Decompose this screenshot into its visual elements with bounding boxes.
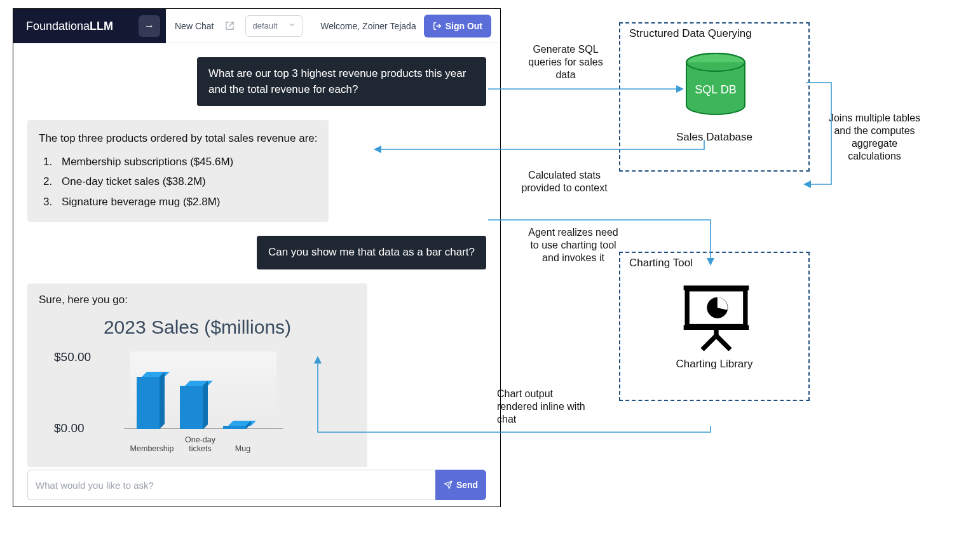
- chat-input[interactable]: [27, 470, 435, 500]
- chevron-down-icon: [288, 21, 296, 31]
- chart-title: 2023 Sales ($millions): [102, 315, 293, 339]
- sign-out-icon: [433, 22, 442, 31]
- svg-rect-7: [684, 325, 749, 330]
- db-caption: Sales Database: [620, 130, 808, 144]
- chart-bar: [223, 426, 246, 429]
- svg-line-11: [716, 336, 730, 350]
- chart-bars: [137, 377, 246, 429]
- y-tick: $0.00: [54, 421, 85, 435]
- arrow-right-icon: →: [144, 20, 154, 32]
- annotation-context: Calculated stats provided to context: [511, 169, 618, 194]
- app-sidebar: FoundationaLLM →: [13, 9, 166, 43]
- annotation-agent: Agent realizes need to use charting tool…: [526, 226, 620, 264]
- assistant-text: The top three products ordered by total …: [39, 130, 317, 147]
- user-message: What are our top 3 highest revenue produ…: [197, 57, 486, 106]
- bar-chart: $50.00 $0.00 Membership One-day tickets …: [54, 345, 296, 453]
- svg-rect-6: [684, 285, 749, 290]
- annotation-generate-sql: Generate SQL queries for sales data: [517, 43, 614, 81]
- assistant-chart-message: Sure, here you go: 2023 Sales ($millions…: [27, 283, 367, 468]
- x-tick: Mug: [227, 444, 259, 453]
- chart-bar: [180, 386, 203, 430]
- external-link-icon[interactable]: [221, 18, 238, 34]
- database-icon: SQL DB: [684, 53, 747, 123]
- chat-app-frame: FoundationaLLM → New Chat default Welcom…: [13, 8, 501, 507]
- list-item: One-day ticket sales ($38.2M): [55, 172, 317, 192]
- welcome-text: Welcome, Zoiner Tejada: [320, 21, 416, 31]
- annotation-joins: Joins multiple tables and the computes a…: [826, 112, 923, 163]
- send-icon: [444, 480, 453, 489]
- agent-select-value: default: [252, 21, 277, 31]
- presentation-icon: [681, 281, 751, 351]
- new-chat-label: New Chat: [175, 21, 214, 31]
- box-title: Structured Data Querying: [629, 27, 752, 40]
- app-topbar: New Chat default Welcome, Zoiner Tejada …: [166, 9, 500, 43]
- svg-line-10: [702, 336, 716, 350]
- user-message: Can you show me that data as a bar chart…: [257, 236, 486, 269]
- list-item: Signature beverage mug ($2.8M): [55, 192, 317, 212]
- chart-bar: [137, 377, 160, 429]
- box-title: Charting Tool: [629, 257, 693, 269]
- list-item: Membership subscriptions ($45.6M): [55, 152, 317, 172]
- charting-caption: Charting Library: [620, 357, 808, 371]
- x-tick: Membership: [129, 444, 175, 453]
- x-tick: One-day tickets: [177, 435, 223, 453]
- y-tick: $50.00: [54, 350, 91, 364]
- svg-marker-15: [803, 180, 811, 188]
- agent-select[interactable]: default: [245, 15, 303, 37]
- assistant-message: The top three products ordered by total …: [27, 120, 329, 222]
- charting-tool-box: Charting Tool Charting Library: [619, 252, 810, 401]
- annotation-rendered: Chart output rendered inline with chat: [497, 388, 592, 426]
- top-products-list: Membership subscriptions ($45.6M) One-da…: [39, 152, 317, 212]
- sidebar-toggle-button[interactable]: →: [139, 15, 160, 37]
- db-label: SQL DB: [695, 83, 736, 96]
- app-logo: FoundationaLLM: [26, 20, 113, 33]
- assistant-text: Sure, here you go:: [39, 294, 356, 306]
- chat-input-row: Send: [27, 470, 486, 500]
- sign-out-button[interactable]: Sign Out: [424, 15, 491, 37]
- structured-data-box: Structured Data Querying SQL DB Sales Da…: [619, 22, 810, 172]
- chat-thread: What are our top 3 highest revenue produ…: [13, 43, 500, 507]
- send-button[interactable]: Send: [435, 470, 486, 500]
- architecture-diagram: Structured Data Querying SQL DB Sales Da…: [501, 0, 980, 551]
